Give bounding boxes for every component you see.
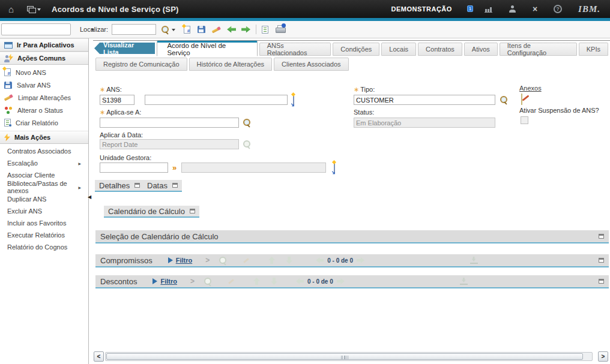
sidebar-item-escalacao[interactable]: Escalação▶ [0,157,88,169]
tipo-field[interactable] [354,95,495,105]
scrollbar-track[interactable] [105,352,593,361]
save-button[interactable] [198,26,205,33]
long-description-icon[interactable] [293,94,294,106]
previous-page-icon[interactable] [296,278,304,285]
sidebar-section-common-actions[interactable]: Ações Comuns [0,52,88,65]
quick-insert-combobox[interactable] [1,23,71,35]
sidebar-item-biblioteca-anexos[interactable]: Biblioteca/Pastas de anexos▶ [0,181,88,193]
visualizar-lista-button[interactable]: Visualizar Lista [94,43,155,54]
tipo-lookup-icon[interactable] [500,96,508,104]
applications-menu-caret-icon[interactable] [37,8,41,13]
ans-field[interactable] [100,95,134,105]
reports-button[interactable] [262,26,268,34]
profile-icon[interactable] [509,5,516,13]
sidebar-item-go-to-applications[interactable]: Ir Para Aplicativos [0,38,88,52]
aplica-se-lookup-icon[interactable] [243,119,251,127]
sidebar-item-contratos-associados[interactable]: Contratos Associados [0,145,88,157]
logout-icon[interactable]: × [533,5,537,13]
filter-search-icon[interactable] [219,257,227,264]
sidebar-item-criar-relatorio[interactable]: Criar Relatório [0,116,88,129]
sidebar-item-label: Limpar Alterações [18,94,71,101]
download-icon[interactable] [460,278,468,285]
clear-changes-button[interactable] [212,26,221,34]
tab-kpis[interactable]: KPIs [579,43,608,56]
tab-registro-de-comunicacao[interactable]: Registro de Comunicação [95,58,187,71]
calendario-calculo-section-button[interactable]: Calendário de Cálculo [104,206,199,218]
detalhes-section-button[interactable]: Detalhes [95,180,144,192]
window-restore-icon[interactable] [599,258,604,263]
previous-record-button[interactable] [227,26,236,34]
sidebar-item-executar-relatorios[interactable]: Executar Relatórios [0,229,88,241]
new-record-icon [4,68,11,76]
tab-locais[interactable]: Locais [381,43,416,56]
home-icon[interactable]: ⌂ [8,5,14,14]
next-record-button[interactable] [241,26,250,34]
long-description-icon[interactable] [334,162,335,173]
previous-page-icon[interactable] [316,257,324,264]
suspensao-checkbox[interactable] [521,116,528,124]
tab-condicoes[interactable]: Condições [333,43,379,56]
sidebar-item-duplicar-ans[interactable]: Duplicar ANS [0,193,88,205]
aplica-se-field[interactable] [100,118,239,128]
reports-chart-icon[interactable] [485,6,492,13]
attachments-icon[interactable] [521,94,522,105]
horizontal-scrollbar: < > [94,351,608,362]
edit-icon[interactable] [243,257,250,264]
scroll-right-button[interactable]: > [598,351,608,362]
compromissos-title: Compromissos [100,256,152,265]
sidebar-item-excluir-ans[interactable]: Excluir ANS [0,205,88,217]
filter-expand-icon[interactable] [168,257,176,263]
search-input[interactable] [112,24,156,35]
window-restore-icon[interactable] [599,234,604,239]
unidade-gestora-field[interactable] [100,163,168,173]
anexos-link[interactable]: Anexos [519,85,542,92]
move-down-icon[interactable] [270,278,278,285]
sidebar-item-salvar-ans[interactable]: Salvar ANS [0,79,88,91]
sidebar-item-label: Salvar ANS [17,82,50,89]
window-restore-icon [172,183,178,188]
applications-menu-icon[interactable] [27,6,35,13]
filter-search-icon[interactable] [204,278,212,285]
edit-icon[interactable] [228,278,235,285]
search-button[interactable] [162,26,169,34]
compromissos-filter-link[interactable]: Filtro [176,257,193,264]
datas-section-button[interactable]: Datas [143,180,182,192]
search-options-caret-icon[interactable] [172,29,175,33]
double-chevron-icon[interactable]: » [172,164,177,172]
sidebar-item-limpar-alteracoes[interactable]: Limpar Alterações [0,91,88,104]
filter-expand-icon[interactable] [152,278,160,284]
tab-acordo-de-nivel-de-servico[interactable]: Acordo de Nível de Serviço [157,41,257,56]
sidebar-item-relatorio-cognos[interactable]: Relatório do Cognos [0,241,88,253]
quick-insert-input[interactable] [2,26,91,33]
tab-contratos[interactable]: Contratos [418,43,462,56]
tab-clientes-associados[interactable]: Clientes Associados [274,58,348,71]
sidebar-section-more-actions[interactable]: Mais Ações [0,131,88,144]
sidebar-collapse-icon[interactable]: ◀ [88,194,91,200]
aplicar-a-data-lookup-icon[interactable] [243,140,251,148]
tab-anss-relacionados[interactable]: ANSs Relacionados [259,43,331,56]
move-down-icon[interactable] [285,257,293,264]
download-icon[interactable] [470,257,478,264]
sidebar-item-alterar-status[interactable]: Alterar o Status [0,104,88,116]
print-button[interactable] [276,25,285,34]
status-field [354,118,495,128]
window-restore-icon[interactable] [599,279,604,284]
tab-ativos[interactable]: Ativos [464,43,498,56]
next-page-icon[interactable] [337,278,345,285]
sidebar-item-novo-ans[interactable]: Novo ANS [0,66,88,79]
ans-description-field[interactable] [145,95,288,105]
new-record-button[interactable] [184,26,190,34]
environment-badge: DEMONSTRAÇÃO [391,5,452,13]
next-page-icon[interactable] [357,257,364,264]
sidebar-item-incluir-favoritos[interactable]: Incluir aos Favoritos [0,217,88,229]
descontos-filter-link[interactable]: Filtro [160,278,177,285]
scrollbar-thumb[interactable] [106,353,583,360]
print-check-badge [282,23,286,28]
help-icon[interactable]: ? [554,5,562,13]
sidebar-item-associar-cliente[interactable]: Associar Cliente [0,169,88,181]
tab-historico-de-alteracoes[interactable]: Histórico de Alterações [189,58,273,71]
move-up-icon[interactable] [253,278,261,285]
move-up-icon[interactable] [268,257,276,264]
scroll-left-button[interactable]: < [94,351,104,362]
tab-itens-de-configuracao[interactable]: Itens de Configuração [500,43,577,56]
